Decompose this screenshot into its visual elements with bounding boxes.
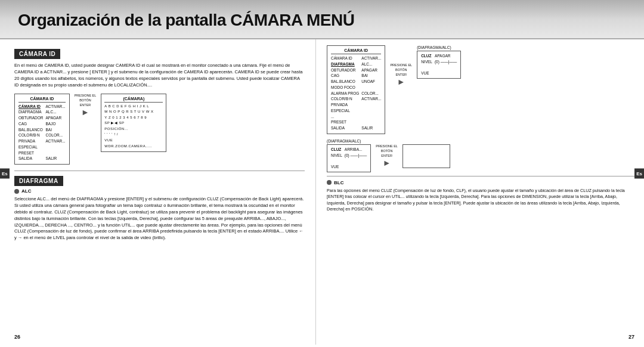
- menu-item: COLOR/B·N: [331, 96, 359, 102]
- menu-item: OBTURADOR: [18, 115, 44, 121]
- nivel-value: (0) ——|——: [435, 59, 457, 65]
- menu-value: [361, 102, 381, 108]
- presione-label: ENTER: [381, 154, 392, 157]
- menu-box-title: CÁMARA ID: [18, 97, 66, 103]
- es-label-right: Es: [634, 169, 644, 179]
- presione-label: PRESIONE EL: [390, 63, 412, 67]
- menu-value: UNOAF: [361, 79, 381, 85]
- menu-item: CAG: [18, 121, 44, 127]
- diafragma-section: DIAFRAGMA ALC Seleccione ALC... del menú…: [14, 175, 305, 241]
- page-number-right: 27: [628, 334, 634, 340]
- presione-label: ENTER: [80, 103, 91, 107]
- arrow-presione-block: PRESIONE EL BOTÓN ENTER ►: [75, 94, 97, 116]
- main-content: Es CÁMARA ID En el menú de CAMERA ID, us…: [0, 39, 644, 345]
- blc-label: BLC: [334, 180, 343, 185]
- alc-label: ALC: [21, 188, 31, 194]
- diafragma-alc-menu-box: CLUZ NIVEL VUE APAGAR (0) ——|——: [417, 51, 461, 79]
- arrow-right-icon: ►: [383, 159, 391, 167]
- camera-id-menu-box: CÁMARA ID CÁMARA ID DIAFRAGMA OBTURADOR …: [14, 94, 70, 165]
- diafragma-alc-bottom-label: (DIAFRAGMA/ALC): [327, 139, 634, 143]
- presione-label: PRESIONE EL: [75, 94, 97, 97]
- menu-value: COLOR...: [46, 132, 66, 138]
- bottom-arrow-block: PRESIONE EL BOTÓN ENTER ►: [376, 144, 398, 167]
- camera-id-diagram: CÁMARA ID CÁMARA ID DIAFRAGMA OBTURADOR …: [14, 94, 305, 165]
- menu-item: ESPECIAL: [18, 144, 44, 150]
- left-column: CÁMARA ID En el menú de CAMERA ID, usted…: [0, 39, 316, 345]
- menu-value: [46, 150, 66, 156]
- menu-value: SALIR: [361, 125, 381, 131]
- cluz-item: CLUZ: [421, 53, 432, 59]
- char-row: M N O P Q R S T U V W X: [104, 109, 163, 115]
- menu-value: COLOR...: [361, 91, 381, 97]
- menu-value: [361, 119, 381, 125]
- menu-value: BAJO: [46, 121, 66, 127]
- menu-value: ACTIVAR...: [46, 138, 66, 144]
- menu-value: APAGAR: [46, 115, 66, 121]
- menu-value: [46, 144, 66, 150]
- arriba-value: ARRIBA...: [345, 147, 367, 153]
- menu-item: OBTURADOR: [331, 67, 359, 73]
- presione-label: BOTÓN: [381, 149, 393, 153]
- menu-value: [361, 85, 381, 91]
- menu-value: ALC...: [46, 109, 66, 115]
- menu-item: BAL.BLANCO: [18, 127, 44, 133]
- menu-item: DIAFRAGMA: [331, 61, 359, 67]
- arrow-right-icon: ►: [397, 78, 405, 86]
- page-title: Organización de la pantalla CÁMARA MENÚ: [18, 11, 626, 30]
- vue-item: VUE: [421, 70, 432, 76]
- char-row: SP ▶◀ SP: [104, 120, 163, 126]
- menu-item: PRIVADA: [331, 102, 359, 108]
- right-arrow-block: PRESIONE EL BOTÓN ENTER ►: [390, 63, 412, 86]
- presione-label: BOTÓN: [395, 68, 407, 72]
- menu-item: SALIDA: [331, 125, 359, 131]
- menu-item: PRESET: [18, 150, 44, 156]
- diafragma-alc-top-block: (DIAFRAGMA/ALC) CLUZ NIVEL VUE APAGAR (0…: [417, 45, 461, 79]
- char-row: ' ' ' ´ ! /: [104, 132, 163, 138]
- page-header: Organización de la pantalla CÁMARA MENÚ: [0, 0, 644, 39]
- camera-id-body: En el menú de CAMERA ID, usted puede des…: [14, 63, 305, 89]
- blc-header: BLC: [327, 180, 634, 185]
- circle-bullet-icon: [327, 180, 332, 185]
- menu-value: [361, 114, 381, 120]
- menu-value: BAI: [361, 73, 381, 79]
- menu-item: SALIDA: [18, 156, 44, 162]
- camera-id-section: CÁMARA ID En el menú de CAMERA ID, usted…: [14, 48, 305, 165]
- alc-header: ALC: [14, 188, 305, 194]
- blc-body: Para las opciones del menú CLUZ (Compens…: [327, 188, 634, 213]
- right-divider: [327, 176, 634, 176]
- nivel-item: NIVEL: [331, 153, 342, 159]
- menu-value: [361, 108, 381, 114]
- menu-value: ACTIVAR...: [361, 55, 381, 61]
- blc-section: BLC Para las opciones del menú CLUZ (Com…: [327, 180, 634, 213]
- section-divider: [14, 171, 305, 171]
- char-row: Y Z 0 1 2 3 4 5 6 7 8 9: [104, 115, 163, 121]
- cluz-bottom-box: CLUZ NIVEL VUE ARRIBA... (0) ——|——: [327, 144, 371, 172]
- nivel-item: NIVEL: [421, 59, 432, 65]
- cluz-item: CLUZ: [331, 147, 342, 153]
- diafragma-header: DIAFRAGMA: [14, 176, 63, 186]
- menu-value: ACTIVAR...: [46, 104, 66, 110]
- right-menu-title: CÁMARA ID: [331, 48, 381, 54]
- vue-item: VUE: [331, 164, 342, 170]
- char-row: VUE: [104, 138, 163, 144]
- presione-label: BOTÓN: [79, 98, 91, 102]
- menu-item: BAL.BLANCO: [331, 79, 359, 85]
- camera-char-box: (CÁMARA) A B C D E F G H I J K L M N O P…: [101, 94, 166, 153]
- diafragma-alc-label: (DIAFRAGMA/ALC): [417, 45, 461, 49]
- menu-value: SALIR: [46, 156, 66, 162]
- menu-item: DIAFRAGMA: [18, 109, 44, 115]
- right-bottom-diagram: CLUZ NIVEL VUE ARRIBA... (0) ——|—— PRESI: [327, 144, 634, 172]
- menu-value: ALC...: [361, 61, 381, 67]
- menu-item: PRIVADA: [18, 138, 44, 144]
- right-column: CÁMARA ID CÁMARA ID DIAFRAGMA OBTURADOR …: [316, 39, 644, 345]
- spacer: [331, 158, 342, 164]
- menu-item: COLOR/B·N: [18, 132, 44, 138]
- nivel-bottom-value: (0) ——|——: [345, 153, 367, 159]
- right-camera-menu-box: CÁMARA ID CÁMARA ID DIAFRAGMA OBTURADOR …: [327, 45, 385, 134]
- right-bottom-section: (DIAFRAGMA/ALC) CLUZ NIVEL VUE ARRIBA...: [327, 139, 634, 172]
- menu-item: ...: [331, 114, 359, 120]
- menu-item: CÁMARA ID: [331, 55, 359, 61]
- menu-item: ALARMA PROG: [331, 91, 359, 97]
- menu-value: ACTIVAR...: [361, 96, 381, 102]
- menu-item: CÁMARA ID: [18, 104, 44, 110]
